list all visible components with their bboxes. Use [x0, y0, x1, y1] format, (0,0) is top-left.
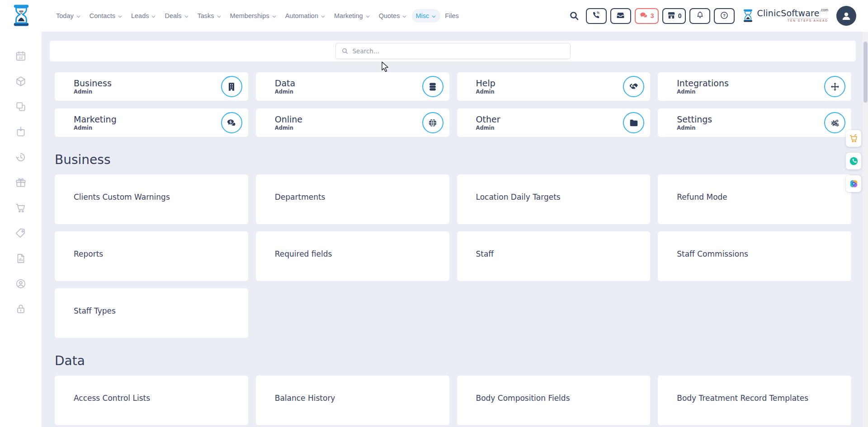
nav-item-automation[interactable]: Automation	[282, 9, 330, 23]
category-tiles: BusinessAdminDataAdminHelpAdminIntegrati…	[55, 72, 851, 137]
nav-item-deals[interactable]: Deals	[161, 9, 193, 23]
main-nav: TodayContactsLeadsDealsTasksMembershipsA…	[52, 9, 462, 23]
tile-title: Other	[476, 114, 623, 125]
link-card-location-daily-targets[interactable]: Location Daily Targets	[457, 174, 651, 224]
phone-volume-icon	[592, 11, 600, 21]
link-card-body-treatment-record-templates[interactable]: Body Treatment Record Templates	[658, 375, 851, 425]
chevron-down-icon	[184, 14, 189, 19]
move-icon	[824, 76, 845, 97]
nav-item-memberships[interactable]: Memberships	[226, 9, 281, 23]
phone-button[interactable]	[586, 8, 607, 24]
help-button[interactable]: ?	[714, 8, 735, 24]
nav-item-label: Memberships	[230, 12, 269, 19]
cart-orange-icon	[849, 134, 859, 143]
scrollbar-thumb[interactable]	[863, 42, 868, 103]
chevron-down-icon	[401, 14, 407, 19]
card-grid-data: Access Control ListsBalance HistoryBody …	[55, 375, 851, 425]
search-box[interactable]	[335, 43, 571, 59]
folder-icon	[623, 112, 644, 133]
nav-item-label: Leads	[131, 12, 149, 19]
nav-item-tasks[interactable]: Tasks	[194, 9, 226, 23]
search-icon[interactable]	[569, 10, 580, 21]
copy-icon[interactable]	[15, 101, 27, 113]
nav-item-marketing[interactable]: Marketing	[330, 9, 374, 23]
tile-title: Integrations	[677, 78, 824, 89]
svg-text:12: 12	[19, 56, 23, 60]
link-card-required-fields[interactable]: Required fields	[256, 231, 449, 281]
cart-icon[interactable]	[15, 202, 27, 214]
link-card-clients-custom-warnings[interactable]: Clients Custom Warnings	[55, 174, 248, 224]
nav-item-files[interactable]: Files	[441, 9, 462, 23]
lock-icon[interactable]	[15, 303, 27, 315]
category-tile-data[interactable]: DataAdmin	[256, 72, 449, 101]
user-avatar[interactable]	[836, 6, 856, 26]
nav-item-today[interactable]: Today	[52, 9, 85, 23]
gears-icon	[824, 112, 845, 133]
chat-bubbles-icon	[639, 11, 648, 21]
chevron-down-icon	[271, 14, 277, 19]
search-header-card	[50, 41, 856, 61]
floating-widget-ai[interactable]: AI	[846, 175, 861, 192]
calendar-in-icon[interactable]	[15, 126, 27, 138]
nav-item-label: Today	[56, 12, 74, 19]
link-card-access-control-lists[interactable]: Access Control Lists	[55, 375, 248, 425]
tile-text: BusinessAdmin	[74, 78, 221, 95]
tile-title: Help	[476, 78, 623, 89]
price-tag-icon[interactable]	[15, 227, 27, 239]
history-icon[interactable]	[15, 151, 27, 163]
tile-title: Settings	[677, 114, 824, 125]
report-icon[interactable]	[15, 253, 27, 264]
svg-text:?: ?	[723, 13, 726, 18]
category-tile-help[interactable]: HelpAdmin	[457, 72, 651, 101]
calendar-12-icon[interactable]: 12	[15, 50, 27, 62]
search-input[interactable]	[353, 47, 565, 55]
store-button[interactable]: 0	[662, 8, 686, 24]
nav-item-quotes[interactable]: Quotes	[375, 9, 411, 23]
question-mark-icon: ?	[720, 11, 729, 21]
link-card-balance-history[interactable]: Balance History	[256, 375, 449, 425]
category-tile-marketing[interactable]: MarketingAdmin$	[55, 108, 248, 137]
search-icon	[341, 47, 349, 55]
nav-item-label: Automation	[285, 12, 318, 19]
chat-messages-button[interactable]: 3	[635, 8, 659, 24]
category-tile-integrations[interactable]: IntegrationsAdmin	[658, 72, 851, 101]
chevron-down-icon	[431, 14, 437, 19]
nav-item-misc[interactable]: Misc	[412, 9, 440, 23]
tile-text: OnlineAdmin	[275, 114, 422, 131]
category-tile-settings[interactable]: SettingsAdmin	[658, 108, 851, 137]
link-card-departments[interactable]: Departments	[256, 174, 449, 224]
category-tile-other[interactable]: OtherAdmin	[457, 108, 651, 137]
floating-widget-cart-orange[interactable]	[846, 130, 861, 147]
link-card-staff-types[interactable]: Staff Types	[55, 288, 248, 338]
chevron-down-icon	[75, 14, 81, 19]
link-card-staff[interactable]: Staff	[457, 231, 651, 281]
user-circle-icon[interactable]	[15, 278, 27, 290]
cube-icon[interactable]	[15, 75, 27, 87]
main-scrollbar[interactable]	[863, 32, 868, 427]
gift-icon[interactable]	[15, 177, 27, 188]
notifications-button[interactable]	[689, 8, 710, 24]
chat-count-badge: 3	[651, 12, 654, 19]
nav-item-leads[interactable]: Leads	[127, 9, 160, 23]
tile-title: Marketing	[74, 114, 221, 125]
category-tile-business[interactable]: BusinessAdmin	[55, 72, 248, 101]
person-icon	[840, 9, 853, 22]
chevron-down-icon	[365, 14, 371, 19]
link-card-reports[interactable]: Reports	[55, 231, 248, 281]
clinicsoftware-logo: ClinicSoftware .com TEN STEPS AHEAD	[742, 9, 828, 23]
content-area: BusinessAdminDataAdminHelpAdminIntegrati…	[55, 72, 851, 425]
link-card-refund-mode[interactable]: Refund Mode	[658, 174, 851, 224]
tile-subtitle: Admin	[275, 125, 422, 131]
nav-item-label: Marketing	[334, 12, 363, 19]
app-logo-hourglass-icon[interactable]	[11, 4, 32, 28]
link-card-body-composition-fields[interactable]: Body Composition Fields	[457, 375, 651, 425]
tile-subtitle: Admin	[476, 89, 623, 95]
category-tile-online[interactable]: OnlineAdmin	[256, 108, 449, 137]
nav-item-contacts[interactable]: Contacts	[86, 9, 127, 23]
building-icon	[221, 76, 242, 97]
bell-icon	[696, 11, 704, 21]
floating-widget-whatsapp[interactable]	[846, 153, 861, 169]
chevron-down-icon	[320, 14, 326, 19]
link-card-staff-commissions[interactable]: Staff Commissions	[658, 231, 851, 281]
inbox-button[interactable]	[610, 8, 631, 24]
